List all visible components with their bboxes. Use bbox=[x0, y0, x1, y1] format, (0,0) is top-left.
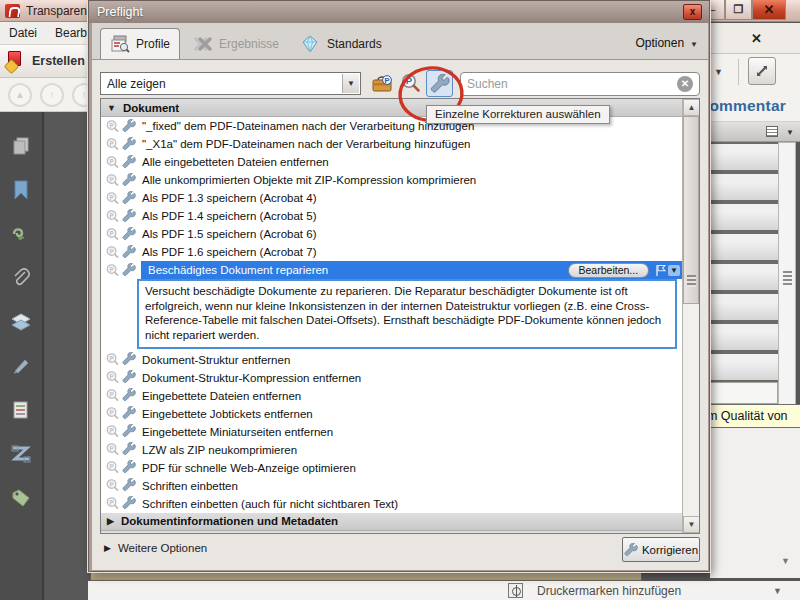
fixup-description: Versucht beschädigte Dokumente zu repari… bbox=[137, 279, 677, 349]
svg-text:P: P bbox=[109, 247, 114, 254]
check-disabled-icon: P bbox=[105, 496, 120, 511]
list-item-label: Eingebettete Dateien entfernen bbox=[142, 390, 301, 402]
list-item[interactable]: P Schriften einbetten (auch für nicht si… bbox=[101, 495, 683, 513]
maximize-button[interactable]: ❐ bbox=[725, 0, 752, 20]
list-view-icon[interactable] bbox=[766, 126, 778, 137]
scroll-down-icon[interactable]: ▼ bbox=[683, 516, 700, 533]
panel-scrollbar[interactable] bbox=[778, 142, 796, 438]
check-disabled-icon: P bbox=[105, 263, 120, 278]
options-menu[interactable]: Optionen▼ bbox=[635, 36, 698, 50]
dialog-titlebar[interactable]: Preflight bbox=[89, 1, 709, 23]
scroll-up-icon[interactable]: ▲ bbox=[683, 99, 700, 116]
bookmarks-panel-icon[interactable] bbox=[9, 178, 33, 202]
app-nav-toolbar: ▲ ↑ ↑ bbox=[0, 78, 88, 112]
show-filter-dropdown[interactable]: Alle zeigen ▼ bbox=[100, 72, 361, 95]
search-input[interactable] bbox=[467, 77, 677, 91]
menu-edit[interactable]: Bearbeiten bbox=[55, 26, 88, 40]
wrench-icon bbox=[122, 227, 137, 242]
scroll-down-icon[interactable]: ▼ bbox=[781, 556, 790, 566]
list-item[interactable]: P Schriften einbetten bbox=[101, 477, 683, 495]
list-item-label: "_X1a" dem PDF-Dateinamen nach der Verar… bbox=[142, 138, 470, 150]
navigation-sidebar bbox=[0, 112, 44, 600]
tags-panel-icon[interactable] bbox=[9, 486, 33, 510]
create-button[interactable]: Erstellen bbox=[32, 54, 85, 68]
list-item-label: Dokument-Struktur entfernen bbox=[142, 354, 290, 366]
list-item[interactable]: P Eingebettete Dateien entfernen bbox=[101, 387, 683, 405]
list-content: ▼ Dokument P "_fixed" dem PDF-Dateinamen… bbox=[101, 99, 683, 534]
select-profiles-button[interactable]: P bbox=[368, 70, 395, 97]
list-item[interactable]: P Als PDF 1.3 speichern (Acrobat 4) bbox=[101, 189, 683, 207]
close-button[interactable]: ✕ bbox=[752, 0, 786, 20]
scroll-down-icon[interactable]: ▼ bbox=[773, 586, 782, 596]
list-item-label: Eingebettete Jobtickets entfernen bbox=[142, 408, 313, 420]
printer-marks-label[interactable]: Druckermarken hinzufügen bbox=[537, 584, 681, 598]
layers-panel-icon[interactable] bbox=[9, 310, 33, 334]
list-item[interactable]: P LZW als ZIP neukomprimieren bbox=[101, 441, 683, 459]
more-options-toggle[interactable]: ▶ Weitere Optionen bbox=[104, 542, 207, 554]
section-header-docinfo[interactable]: ▶ Dokumentinformationen und Metadaten bbox=[101, 513, 683, 531]
list-item[interactable]: P PDF für schnelle Web-Anzeige optimiere… bbox=[101, 459, 683, 477]
signatures-panel-icon[interactable] bbox=[9, 222, 33, 246]
list-item[interactable]: P Eingebettete Miniaturseiten entfernen bbox=[101, 423, 683, 441]
list-item[interactable]: P Als PDF 1.5 speichern (Acrobat 6) bbox=[101, 225, 683, 243]
content-panel-icon[interactable] bbox=[9, 398, 33, 422]
clear-search-icon[interactable]: ✕ bbox=[677, 76, 693, 92]
list-item-label: LZW als ZIP neukomprimieren bbox=[142, 444, 297, 456]
expand-panel-button[interactable] bbox=[748, 57, 776, 85]
section-header-layers[interactable]: ▶ Ebenen bbox=[101, 531, 683, 534]
selection-highlight: Beschädigtes Dokument reparieren Bearbei… bbox=[141, 261, 683, 279]
list-item[interactable]: P Alle eingebetteten Dateien entfernen bbox=[101, 153, 683, 171]
tool-list-rows[interactable] bbox=[710, 142, 778, 382]
comment-panel-label[interactable]: Kommentar bbox=[698, 90, 800, 122]
attachments-panel-icon[interactable] bbox=[9, 266, 33, 290]
check-disabled-icon: P bbox=[105, 424, 120, 439]
articles-panel-icon[interactable] bbox=[9, 442, 33, 466]
wrench-icon bbox=[122, 442, 137, 457]
next-page-icon[interactable]: ↑ bbox=[72, 83, 88, 107]
app-toolbar: Erstellen bbox=[0, 45, 88, 78]
toolbar-tooltip: Einzelne Korrekturen auswählen bbox=[426, 105, 610, 124]
list-item[interactable]: P "_X1a" dem PDF-Dateinamen nach der Ver… bbox=[101, 135, 683, 153]
check-disabled-icon: P bbox=[105, 442, 120, 457]
dialog-close-button[interactable]: x bbox=[683, 4, 702, 20]
fix-button[interactable]: Korrigieren bbox=[622, 537, 700, 562]
chevron-down-icon[interactable]: ▼ bbox=[786, 128, 794, 137]
list-item-selected[interactable]: P Beschädigtes Dokument reparieren Bearb… bbox=[101, 261, 683, 279]
list-item[interactable]: P Als PDF 1.4 speichern (Acrobat 5) bbox=[101, 207, 683, 225]
panel-top-bar: ✕ bbox=[710, 23, 800, 54]
quality-tooltip: um Qualität von bbox=[700, 404, 800, 428]
first-page-icon[interactable]: ▲ bbox=[8, 83, 32, 107]
sign-pen-icon[interactable] bbox=[9, 354, 33, 378]
chevron-down-icon[interactable]: ▼ bbox=[714, 67, 723, 77]
flag-icon[interactable] bbox=[655, 264, 666, 277]
svg-text:P: P bbox=[109, 139, 114, 146]
list-item-label: Alle unkomprimierten Objekte mit ZIP-Kom… bbox=[142, 174, 476, 186]
list-item[interactable]: P Als PDF 1.6 speichern (Acrobat 7) bbox=[101, 243, 683, 261]
flag-dropdown-icon[interactable]: ▼ bbox=[668, 265, 680, 276]
list-item[interactable]: P Alle unkomprimierten Objekte mit ZIP-K… bbox=[101, 171, 683, 189]
previous-page-icon[interactable]: ↑ bbox=[40, 83, 64, 107]
list-item-label: Als PDF 1.5 speichern (Acrobat 6) bbox=[142, 228, 317, 240]
select-checks-button[interactable]: P bbox=[397, 70, 424, 97]
check-disabled-icon: P bbox=[105, 460, 120, 475]
menu-file[interactable]: Datei bbox=[9, 26, 37, 40]
profiles-toolbox-icon: P bbox=[371, 74, 393, 94]
edit-button[interactable]: Bearbeiten... bbox=[568, 263, 650, 278]
list-item[interactable]: P Dokument-Struktur entfernen bbox=[101, 351, 683, 369]
window-controls: ─ ❐ ✕ bbox=[698, 0, 786, 21]
list-item[interactable]: P Dokument-Struktur-Kompression entferne… bbox=[101, 369, 683, 387]
list-item[interactable]: P Eingebettete Jobtickets entfernen bbox=[101, 405, 683, 423]
search-box[interactable]: ✕ bbox=[460, 72, 700, 96]
tab-profile[interactable]: Profile bbox=[100, 28, 180, 59]
scrollbar-grip bbox=[687, 275, 696, 287]
tab-results[interactable]: Ergebnisse bbox=[184, 28, 288, 59]
svg-text:P: P bbox=[109, 373, 114, 380]
more-options-label: Weitere Optionen bbox=[118, 542, 207, 554]
svg-text:P: P bbox=[109, 427, 114, 434]
scrollbar-thumb[interactable] bbox=[683, 116, 699, 304]
tab-standards[interactable]: Standards bbox=[290, 28, 391, 59]
panel-close-icon[interactable]: ✕ bbox=[751, 31, 762, 46]
list-scrollbar[interactable]: ▲ ▼ bbox=[682, 99, 699, 533]
pages-panel-icon[interactable] bbox=[9, 134, 33, 158]
select-fixups-button[interactable] bbox=[426, 70, 453, 97]
